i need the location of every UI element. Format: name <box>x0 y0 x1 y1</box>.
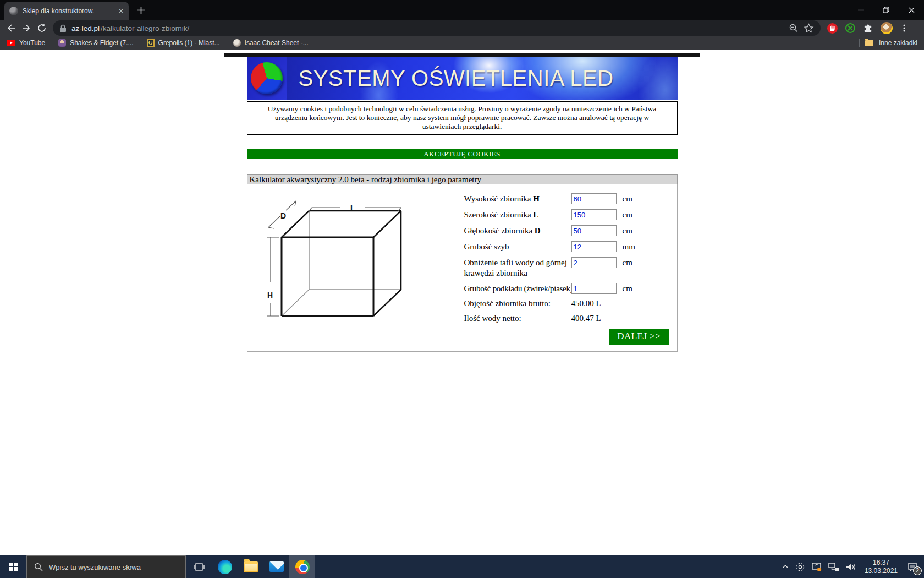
profile-avatar[interactable] <box>881 22 893 34</box>
isaac-icon <box>233 39 241 47</box>
unit-label: cm <box>623 225 632 237</box>
forward-button[interactable] <box>19 20 34 36</box>
new-tab-button[interactable] <box>136 6 146 15</box>
tray-chevron-icon[interactable] <box>781 563 790 571</box>
bookmarks-bar: YouTube Shakes & Fidget (7.... G Grepoli… <box>0 36 924 50</box>
windows-logo-icon <box>9 563 18 571</box>
unit-label: cm <box>623 193 632 205</box>
diagram-label-l: L <box>350 204 355 212</box>
url-path: /kalkulator-allegro-zbiornik/ <box>101 24 189 32</box>
blocker-extension-icon[interactable] <box>845 23 856 34</box>
calculator-body: L D H Wysokość zbiornika H cm <box>247 184 678 352</box>
zoom-indicator-icon[interactable] <box>789 23 799 33</box>
other-bookmarks-label: Inne zakładki <box>879 39 917 47</box>
unit-label: cm <box>623 257 632 269</box>
task-view-button[interactable] <box>186 555 212 578</box>
chrome-menu-icon[interactable] <box>900 24 909 32</box>
restore-icon <box>883 7 889 13</box>
site-header-banner: SYSTEMY OŚWIETLENIA LED <box>247 57 678 100</box>
tray-tablet-icon[interactable] <box>795 561 806 572</box>
bookmark-shakes-fidget[interactable]: Shakes & Fidget (7.... <box>58 39 133 47</box>
tank-form: Wysokość zbiornika H cm Szerokość zbiorn… <box>464 193 669 329</box>
tab-close-icon[interactable]: ✕ <box>118 8 124 14</box>
bookmark-label: Grepolis (1) - Miast... <box>158 39 220 47</box>
diagram-label-d: D <box>280 211 286 220</box>
edge-icon <box>218 560 232 574</box>
folder-icon <box>865 40 873 46</box>
close-icon <box>909 7 915 13</box>
search-placeholder: Wpisz tu wyszukiwane słowa <box>49 563 141 571</box>
next-button[interactable]: DALEJ >> <box>609 329 669 345</box>
notification-badge: 2 <box>913 566 922 575</box>
taskbar-search[interactable]: Wpisz tu wyszukiwane słowa <box>26 555 186 578</box>
bookmark-label: Isaac Cheat Sheet -... <box>245 39 309 47</box>
accept-cookies-button[interactable]: AKCEPTUJĘ COOKIES <box>247 149 678 159</box>
form-row-width: Szerokość zbiornika L cm <box>464 209 669 221</box>
hand-icon <box>829 25 835 31</box>
reload-button[interactable] <box>34 20 50 36</box>
result-gross-volume: Objętość zbiornika brutto: 450.00 L <box>464 299 669 308</box>
system-tray: 16:37 13.03.2021 2 <box>781 555 924 578</box>
restore-button[interactable] <box>873 0 899 20</box>
chrome-icon <box>295 560 310 574</box>
bookmark-star-icon[interactable] <box>804 23 814 34</box>
input-height[interactable] <box>571 193 617 204</box>
clock-date: 13.03.2021 <box>865 567 898 575</box>
window-controls <box>848 0 924 20</box>
calculator-panel: Kalkulator akwarystyczny 2.0 beta - rodz… <box>247 174 678 352</box>
mail-icon <box>270 561 284 572</box>
close-window-button[interactable] <box>899 0 924 20</box>
start-button[interactable] <box>0 555 26 578</box>
taskbar-clock[interactable]: 16:37 13.03.2021 <box>862 559 900 575</box>
minimize-button[interactable] <box>848 0 873 20</box>
browser-titlebar: Sklep dla konstruktorow. ✕ <box>0 0 924 20</box>
tray-sync-alert-icon[interactable] <box>811 561 823 572</box>
input-water-lowering[interactable] <box>571 257 617 268</box>
input-depth[interactable] <box>571 225 617 236</box>
input-glass-thickness[interactable] <box>571 241 617 252</box>
form-row-substrate: Grubość podkładu (żwirek/piasek) cm <box>464 283 669 295</box>
site-favicon-icon <box>9 7 18 15</box>
adblock-extension-icon[interactable] <box>827 23 838 34</box>
extensions-puzzle-icon[interactable] <box>863 23 873 34</box>
form-row-glass: Grubość szyb mm <box>464 241 669 253</box>
result-net-water: Ilość wody netto: 400.47 L <box>464 314 669 323</box>
browser-tab[interactable]: Sklep dla konstruktorow. ✕ <box>4 2 129 20</box>
bookmark-youtube[interactable]: YouTube <box>7 39 45 47</box>
action-center-button[interactable]: 2 <box>905 560 920 574</box>
url-domain: az-led.pl <box>72 24 100 32</box>
taskbar-mail-button[interactable] <box>263 555 289 578</box>
unit-label: cm <box>623 209 632 221</box>
tank-diagram: L D H <box>261 195 443 325</box>
windows-taskbar: Wpisz tu wyszukiwane słowa <box>0 555 924 578</box>
input-substrate-thickness[interactable] <box>571 283 617 294</box>
tray-network-icon[interactable] <box>828 562 840 572</box>
bookmark-label: YouTube <box>19 39 45 47</box>
forward-arrow-icon <box>21 23 31 33</box>
unit-label: mm <box>623 241 635 253</box>
file-explorer-icon <box>244 561 258 572</box>
grepolis-icon: G <box>147 39 155 47</box>
lock-icon <box>59 24 67 32</box>
address-bar[interactable]: az-led.pl/kalkulator-allegro-zbiornik/ <box>53 20 821 36</box>
youtube-icon <box>7 40 15 46</box>
extensions-area <box>827 22 909 34</box>
input-width[interactable] <box>571 209 617 220</box>
rgb-pinwheel-logo-icon <box>251 62 283 94</box>
back-arrow-icon <box>6 23 16 33</box>
taskbar-edge-button[interactable] <box>212 555 238 578</box>
taskbar-chrome-button[interactable] <box>289 555 315 578</box>
taskbar-explorer-button[interactable] <box>238 555 263 578</box>
task-view-icon <box>193 562 205 572</box>
form-row-water-level: Obniżenie tafli wody od górnej krawędzi … <box>464 257 669 279</box>
page-viewport: SYSTEMY OŚWIETLENIA LED Używamy cookies … <box>0 53 924 559</box>
browser-toolbar: az-led.pl/kalkulator-allegro-zbiornik/ <box>0 20 924 36</box>
diagram-label-h: H <box>267 291 273 299</box>
back-button[interactable] <box>3 20 19 36</box>
bookmark-isaac[interactable]: Isaac Cheat Sheet -... <box>233 39 309 47</box>
bookmark-grepolis[interactable]: G Grepolis (1) - Miast... <box>147 39 220 47</box>
tray-volume-icon[interactable] <box>845 562 857 572</box>
page-top-strip <box>224 53 700 57</box>
reload-icon <box>37 23 47 33</box>
other-bookmarks[interactable]: Inne zakładki <box>859 39 917 47</box>
